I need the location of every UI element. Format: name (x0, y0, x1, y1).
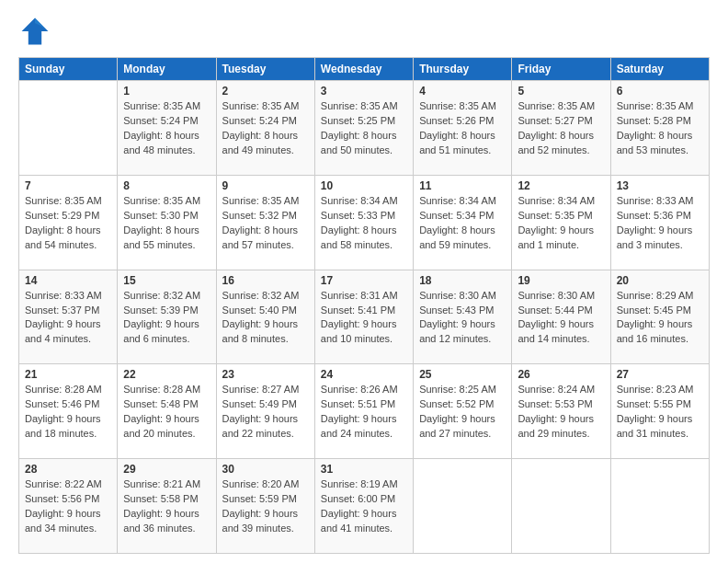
sunset-text: Sunset: 5:56 PM (25, 493, 99, 504)
sunrise-text: Sunrise: 8:27 AM (222, 384, 300, 395)
day-number: 18 (419, 274, 506, 287)
day-cell: 12 Sunrise: 8:34 AM Sunset: 5:35 PM Dayl… (512, 175, 610, 270)
day-cell: 15 Sunrise: 8:32 AM Sunset: 5:39 PM Dayl… (118, 270, 216, 364)
week-row-1: 1 Sunrise: 8:35 AM Sunset: 5:24 PM Dayli… (19, 81, 710, 176)
day-cell: 26 Sunrise: 8:24 AM Sunset: 5:53 PM Dayl… (512, 364, 610, 459)
daylight-text: Daylight: 8 hours and 52 minutes. (518, 130, 594, 155)
sunrise-text: Sunrise: 8:28 AM (123, 384, 200, 395)
daylight-text: Daylight: 8 hours and 48 minutes. (123, 130, 199, 155)
daylight-text: Daylight: 9 hours and 20 minutes. (123, 413, 199, 439)
daylight-text: Daylight: 9 hours and 1 minute. (518, 224, 594, 250)
week-row-2: 7 Sunrise: 8:35 AM Sunset: 5:29 PM Dayli… (19, 175, 710, 270)
day-info: Sunrise: 8:24 AM Sunset: 5:53 PM Dayligh… (518, 383, 604, 442)
sunrise-text: Sunrise: 8:24 AM (518, 384, 595, 395)
sunrise-text: Sunrise: 8:35 AM (123, 195, 200, 206)
day-number: 26 (518, 368, 604, 381)
sunrise-text: Sunrise: 8:25 AM (419, 384, 496, 395)
col-header-sunday: Sunday (19, 58, 118, 81)
daylight-text: Daylight: 9 hours and 18 minutes. (25, 413, 101, 439)
sunrise-text: Sunrise: 8:33 AM (617, 195, 694, 206)
daylight-text: Daylight: 9 hours and 31 minutes. (617, 413, 693, 439)
sunrise-text: Sunrise: 8:30 AM (419, 290, 496, 301)
sunrise-text: Sunrise: 8:32 AM (123, 290, 200, 301)
daylight-text: Daylight: 9 hours and 4 minutes. (25, 318, 101, 344)
sunset-text: Sunset: 5:48 PM (123, 398, 198, 409)
day-cell (19, 81, 118, 176)
day-cell: 20 Sunrise: 8:29 AM Sunset: 5:45 PM Dayl… (610, 270, 709, 364)
sunrise-text: Sunrise: 8:30 AM (518, 290, 595, 301)
sunset-text: Sunset: 5:35 PM (518, 210, 592, 221)
sunset-text: Sunset: 5:52 PM (419, 398, 494, 409)
sunset-text: Sunset: 5:53 PM (518, 398, 592, 409)
calendar-table: SundayMondayTuesdayWednesdayThursdayFrid… (18, 57, 710, 554)
day-number: 21 (25, 368, 111, 381)
sunrise-text: Sunrise: 8:20 AM (222, 478, 300, 489)
col-header-saturday: Saturday (610, 58, 709, 81)
day-number: 2 (222, 85, 309, 98)
day-info: Sunrise: 8:35 AM Sunset: 5:25 PM Dayligh… (321, 99, 407, 158)
day-number: 6 (617, 85, 703, 98)
sunrise-text: Sunrise: 8:35 AM (222, 195, 300, 206)
daylight-text: Daylight: 9 hours and 3 minutes. (617, 224, 693, 250)
day-number: 23 (222, 368, 309, 381)
day-cell: 19 Sunrise: 8:30 AM Sunset: 5:44 PM Dayl… (512, 270, 610, 364)
day-number: 25 (419, 368, 506, 381)
daylight-text: Daylight: 9 hours and 27 minutes. (419, 413, 495, 439)
sunset-text: Sunset: 5:49 PM (222, 398, 297, 409)
day-cell: 27 Sunrise: 8:23 AM Sunset: 5:55 PM Dayl… (610, 364, 709, 459)
sunrise-text: Sunrise: 8:28 AM (25, 384, 102, 395)
col-header-wednesday: Wednesday (314, 58, 413, 81)
day-number: 14 (25, 274, 111, 287)
daylight-text: Daylight: 9 hours and 34 minutes. (25, 508, 101, 534)
sunrise-text: Sunrise: 8:26 AM (321, 384, 398, 395)
day-cell: 24 Sunrise: 8:26 AM Sunset: 5:51 PM Dayl… (314, 364, 413, 459)
week-row-5: 28 Sunrise: 8:22 AM Sunset: 5:56 PM Dayl… (19, 459, 710, 554)
day-cell: 28 Sunrise: 8:22 AM Sunset: 5:56 PM Dayl… (19, 459, 118, 554)
day-info: Sunrise: 8:35 AM Sunset: 5:29 PM Dayligh… (25, 194, 111, 253)
daylight-text: Daylight: 8 hours and 59 minutes. (419, 224, 495, 250)
day-number: 3 (321, 85, 407, 98)
sunset-text: Sunset: 5:46 PM (25, 398, 99, 409)
daylight-text: Daylight: 8 hours and 57 minutes. (222, 224, 299, 250)
sunset-text: Sunset: 5:26 PM (419, 115, 494, 126)
sunrise-text: Sunrise: 8:35 AM (321, 100, 398, 111)
daylight-text: Daylight: 9 hours and 6 minutes. (123, 318, 199, 344)
sunrise-text: Sunrise: 8:35 AM (419, 100, 496, 111)
day-cell (414, 459, 512, 554)
day-number: 24 (321, 368, 407, 381)
sunset-text: Sunset: 5:28 PM (617, 115, 691, 126)
day-number: 4 (419, 85, 506, 98)
daylight-text: Daylight: 9 hours and 36 minutes. (123, 508, 199, 534)
day-info: Sunrise: 8:21 AM Sunset: 5:58 PM Dayligh… (123, 477, 210, 536)
calendar-header-row: SundayMondayTuesdayWednesdayThursdayFrid… (19, 58, 710, 81)
sunrise-text: Sunrise: 8:35 AM (222, 100, 300, 111)
day-info: Sunrise: 8:35 AM Sunset: 5:26 PM Dayligh… (419, 99, 506, 158)
day-info: Sunrise: 8:34 AM Sunset: 5:33 PM Dayligh… (321, 194, 407, 253)
day-cell: 5 Sunrise: 8:35 AM Sunset: 5:27 PM Dayli… (512, 81, 610, 176)
day-number: 5 (518, 85, 604, 98)
day-cell: 18 Sunrise: 8:30 AM Sunset: 5:43 PM Dayl… (414, 270, 512, 364)
daylight-text: Daylight: 8 hours and 54 minutes. (25, 224, 101, 250)
week-row-4: 21 Sunrise: 8:28 AM Sunset: 5:46 PM Dayl… (19, 364, 710, 459)
sunset-text: Sunset: 5:51 PM (321, 398, 395, 409)
day-info: Sunrise: 8:29 AM Sunset: 5:45 PM Dayligh… (617, 289, 703, 348)
day-number: 13 (617, 179, 703, 192)
sunset-text: Sunset: 5:30 PM (123, 210, 198, 221)
day-cell: 8 Sunrise: 8:35 AM Sunset: 5:30 PM Dayli… (118, 175, 216, 270)
col-header-tuesday: Tuesday (216, 58, 314, 81)
sunrise-text: Sunrise: 8:35 AM (518, 100, 595, 111)
day-info: Sunrise: 8:35 AM Sunset: 5:30 PM Dayligh… (123, 194, 210, 253)
day-cell: 13 Sunrise: 8:33 AM Sunset: 5:36 PM Dayl… (610, 175, 709, 270)
daylight-text: Daylight: 9 hours and 39 minutes. (222, 508, 299, 534)
sunrise-text: Sunrise: 8:29 AM (617, 290, 694, 301)
daylight-text: Daylight: 8 hours and 58 minutes. (321, 224, 397, 250)
day-info: Sunrise: 8:33 AM Sunset: 5:36 PM Dayligh… (617, 194, 703, 253)
day-info: Sunrise: 8:35 AM Sunset: 5:32 PM Dayligh… (222, 194, 309, 253)
day-number: 29 (123, 463, 210, 476)
sunset-text: Sunset: 6:00 PM (321, 493, 395, 504)
day-info: Sunrise: 8:35 AM Sunset: 5:24 PM Dayligh… (222, 99, 309, 158)
day-cell: 22 Sunrise: 8:28 AM Sunset: 5:48 PM Dayl… (118, 364, 216, 459)
sunrise-text: Sunrise: 8:34 AM (518, 195, 595, 206)
daylight-text: Daylight: 9 hours and 14 minutes. (518, 318, 594, 344)
day-cell: 17 Sunrise: 8:31 AM Sunset: 5:41 PM Dayl… (314, 270, 413, 364)
